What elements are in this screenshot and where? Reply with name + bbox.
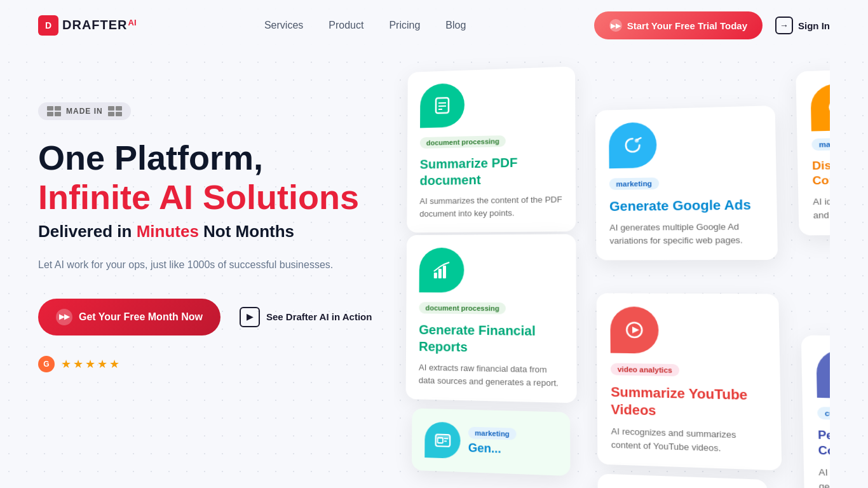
- badge-grid-icon2: [108, 106, 122, 116]
- google-ads-card-icon: [609, 122, 657, 168]
- signin-icon: →: [775, 17, 793, 34]
- trial-button[interactable]: ▶▶ Start Your Free Trial Today: [594, 11, 763, 39]
- star-4: ★: [97, 357, 107, 371]
- nav-pricing[interactable]: Pricing: [389, 20, 420, 30]
- personalize-card-icon: [816, 349, 830, 398]
- hero-description: Let AI work for your ops, just like 1000…: [38, 257, 394, 273]
- star-5: ★: [109, 357, 119, 371]
- navigation: D DRAFTERAI Services Product Pricing Blo…: [0, 0, 868, 51]
- personalize-card-desc: AI finds info about prospe generates per…: [818, 466, 830, 488]
- logo-icon: D: [38, 15, 58, 36]
- svg-point-12: [635, 139, 639, 142]
- logo-text: DRAFTERAI: [62, 18, 137, 32]
- badge-grid-icon: [47, 106, 61, 116]
- svg-rect-4: [434, 273, 437, 278]
- signin-button[interactable]: → Sign In: [775, 17, 830, 34]
- svg-rect-6: [443, 266, 446, 278]
- financial-card-tag: document processing: [419, 302, 506, 314]
- hero-subtitle: Delivered in Minutes Not Months: [38, 222, 394, 241]
- hero-section: MADE IN One Platform, Infinite AI Soluti…: [38, 51, 394, 372]
- card-personalize-emails: customer support PersonalizeCold Emails …: [801, 335, 830, 488]
- google-ads-card-tag: marketing: [609, 177, 659, 190]
- youtube-card-tag: video analytics: [611, 363, 679, 376]
- cards-container: document processing Summarize PDF docume…: [394, 51, 830, 488]
- rating-section: G ★ ★ ★ ★ ★: [38, 356, 394, 372]
- card-google-ads: marketing Generate Google Ads AI generat…: [595, 105, 778, 261]
- card-gen-partial: marketing Gen...: [412, 409, 571, 477]
- gen-card-label: marketing Gen...: [468, 427, 516, 457]
- card-financial-reports: document processing Generate Financial R…: [406, 234, 577, 403]
- gen-card-icon: [424, 422, 460, 459]
- card-customer-support: customer support: [598, 473, 769, 488]
- discover-card-title: DiscoverCompeti...: [812, 156, 830, 188]
- star-3: ★: [85, 357, 95, 371]
- card-discover-competitors: marketing DiscoverCompeti... AI identifi…: [796, 67, 830, 236]
- pdf-card-icon: [420, 83, 465, 128]
- cta-play-icon: ▶▶: [56, 309, 72, 325]
- svg-rect-0: [436, 98, 449, 113]
- financial-card-title: Generate Financial Reports: [419, 322, 563, 357]
- discover-card-tag: marketing: [811, 137, 830, 151]
- video-button[interactable]: ▶ See Drafter AI in Action: [240, 307, 372, 327]
- star-rating: ★ ★ ★ ★ ★: [61, 357, 119, 371]
- nav-services[interactable]: Services: [264, 20, 303, 30]
- discover-card-icon: [810, 83, 830, 131]
- card-youtube-videos: video analytics Summarize YouTube Videos…: [597, 293, 782, 470]
- logo[interactable]: D DRAFTERAI: [38, 15, 137, 36]
- g2-icon: G: [38, 356, 55, 372]
- main-content: MADE IN One Platform, Infinite AI Soluti…: [0, 51, 868, 488]
- trial-play-icon: ▶▶: [609, 19, 622, 32]
- pdf-card-title: Summarize PDF document: [420, 153, 562, 189]
- youtube-card-icon: [610, 306, 659, 353]
- youtube-card-title: Summarize YouTube Videos: [611, 383, 766, 422]
- star-1: ★: [61, 357, 71, 371]
- cards-area: document processing Summarize PDF docume…: [394, 51, 830, 488]
- hero-title: One Platform, Infinite AI Solutions: [38, 138, 394, 217]
- cta-button[interactable]: ▶▶ Get Your Free Month Now: [38, 299, 220, 336]
- discover-card-desc: AI identifies comp company and colle...: [813, 194, 830, 222]
- pdf-card-tag: document processing: [420, 135, 506, 149]
- video-play-icon: ▶: [240, 307, 260, 327]
- svg-rect-5: [438, 269, 442, 278]
- hero-buttons: ▶▶ Get Your Free Month Now ▶ See Drafter…: [38, 299, 394, 336]
- pdf-card-desc: AI summarizes the content of the PDF doc…: [419, 193, 562, 220]
- nav-actions: ▶▶ Start Your Free Trial Today → Sign In: [594, 11, 830, 39]
- nav-product[interactable]: Product: [329, 20, 363, 30]
- star-2: ★: [73, 357, 83, 371]
- personalize-card-tag: customer support: [817, 407, 830, 421]
- google-ads-card-desc: AI generates multiple Google Ad variatio…: [609, 220, 763, 247]
- personalize-card-title: PersonalizeCold Emails: [818, 428, 830, 463]
- made-in-badge: MADE IN: [38, 102, 131, 120]
- youtube-card-desc: AI recognizes and summarizes content of …: [611, 424, 767, 456]
- nav-blog[interactable]: Blog: [445, 20, 466, 30]
- financial-card-icon: [419, 248, 465, 293]
- svg-marker-14: [632, 327, 639, 334]
- google-ads-card-title: Generate Google Ads: [609, 196, 763, 215]
- financial-card-desc: AI extracts raw financial data from data…: [419, 361, 563, 390]
- nav-links: Services Product Pricing Blog: [264, 20, 466, 31]
- card-summarize-pdf: document processing Summarize PDF docume…: [407, 66, 576, 233]
